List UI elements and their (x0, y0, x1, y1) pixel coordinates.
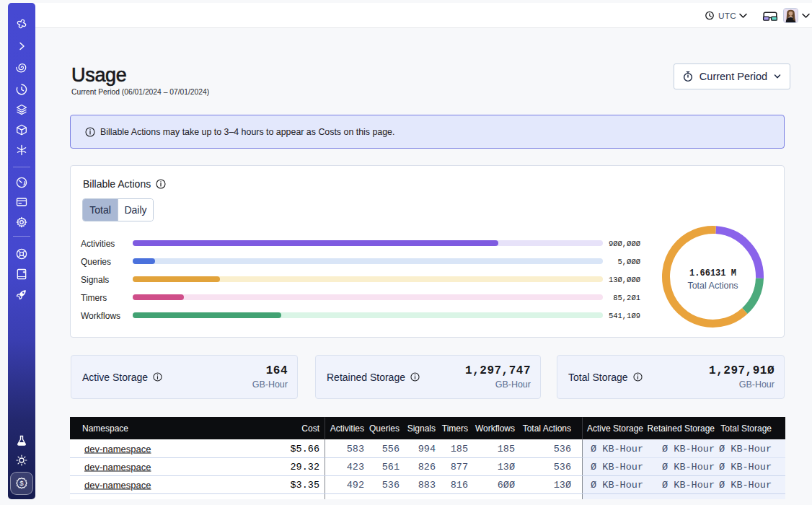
svg-text:$: $ (19, 479, 24, 487)
